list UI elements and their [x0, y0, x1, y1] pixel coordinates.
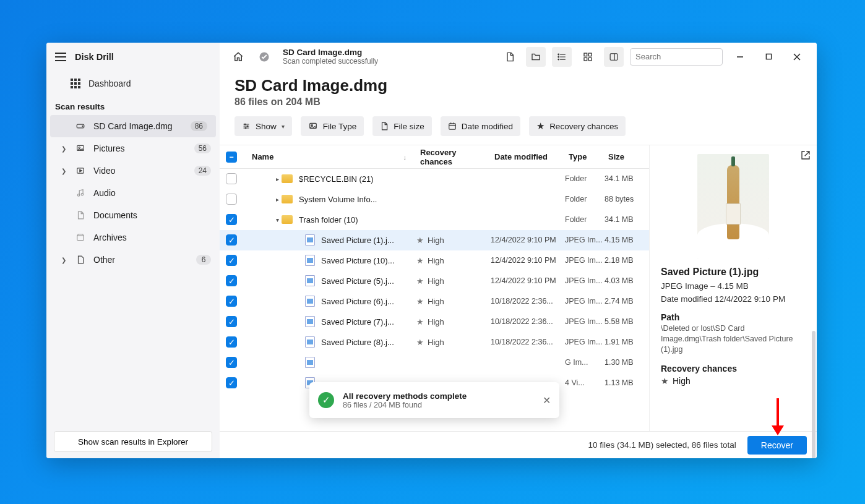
toggle-preview-button[interactable] — [604, 47, 624, 67]
row-date: 10/18/2022 2:36... — [491, 317, 565, 326]
page-subtitle: 86 files on 204 MB — [235, 96, 802, 108]
file-row[interactable]: ✓Saved Picture (8).j...★High10/18/2022 2… — [220, 332, 649, 352]
row-size: 2.74 MB — [605, 297, 649, 305]
svg-point-39 — [244, 124, 246, 125]
preview-pane: Saved Picture (1).jpg JPEG Image – 4.15 … — [650, 145, 817, 431]
sidebar-item-pictures[interactable]: ❯Pictures56 — [46, 137, 220, 160]
filter-file-type[interactable]: File Type — [301, 116, 364, 136]
preview-date: Date modified 12/4/2022 9:10 PM — [661, 294, 806, 304]
row-checkbox[interactable]: ✓ — [226, 377, 237, 388]
row-checkbox[interactable]: ✓ — [226, 234, 237, 246]
recover-button[interactable]: Recover — [747, 436, 807, 455]
sidebar-item-label: Documents — [93, 210, 211, 220]
expand-arrow-icon[interactable]: ▸ — [273, 196, 282, 203]
row-name: Saved Picture (1).j... — [321, 236, 416, 245]
preview-path: \Deleted or lost\SD Card Image.dmg\Trash… — [661, 323, 806, 355]
svg-rect-27 — [588, 58, 592, 61]
svg-point-14 — [77, 194, 79, 197]
sidebar-item-audio[interactable]: Audio — [46, 182, 220, 204]
home-button[interactable] — [228, 47, 248, 67]
view-list-button[interactable] — [552, 47, 572, 67]
row-recovery: ★High — [416, 236, 491, 245]
svg-point-41 — [245, 127, 246, 129]
menu-icon[interactable] — [55, 53, 66, 61]
star-icon: ★ — [416, 297, 424, 306]
open-folder-button[interactable] — [526, 47, 546, 67]
row-recovery: ★High — [416, 297, 491, 306]
view-grid-button[interactable] — [578, 47, 598, 67]
toast-title: All recovery methods complete — [343, 391, 534, 401]
col-name[interactable]: Name↓ — [248, 152, 416, 161]
row-checkbox[interactable]: ✓ — [226, 316, 237, 327]
row-name: Saved Picture (6).j... — [321, 297, 416, 306]
filter-recovery-chances[interactable]: ★ Recovery chances — [529, 116, 626, 136]
chevron-icon: ❯ — [61, 257, 67, 263]
expand-arrow-icon[interactable]: ▸ — [273, 176, 282, 182]
row-checkbox[interactable]: ✓ — [226, 255, 237, 266]
sidebar-item-other[interactable]: ❯Other6 — [46, 249, 220, 271]
row-name: $RECYCLE.BIN (21) — [299, 174, 416, 184]
col-type[interactable]: Type — [565, 152, 605, 161]
svg-rect-5 — [78, 82, 80, 85]
image-file-icon — [305, 275, 315, 286]
preview-recovery-label: Recovery chances — [661, 364, 806, 374]
col-recovery[interactable]: Recovery chances — [416, 148, 491, 166]
filter-file-size[interactable]: File size — [372, 116, 432, 136]
star-icon: ★ — [416, 256, 424, 265]
svg-point-15 — [81, 194, 84, 196]
success-icon: ✓ — [318, 392, 334, 408]
row-name: System Volume Info... — [299, 195, 416, 204]
window-maximize-button[interactable] — [757, 48, 780, 66]
folder-row[interactable]: ▸$RECYCLE.BIN (21)Folder34.1 MB — [220, 169, 649, 189]
row-checkbox[interactable]: ✓ — [226, 296, 237, 307]
row-checkbox[interactable] — [226, 194, 237, 205]
file-row[interactable]: ✓Saved Picture (7).j...★High10/18/2022 2… — [220, 312, 649, 332]
star-icon: ★ — [416, 236, 424, 245]
row-checkbox[interactable]: ✓ — [226, 357, 237, 368]
col-date[interactable]: Date modified — [491, 152, 565, 161]
row-type: Folder — [565, 195, 605, 203]
row-checkbox[interactable] — [226, 173, 237, 184]
col-size[interactable]: Size — [605, 152, 649, 161]
svg-rect-44 — [449, 124, 456, 129]
sidebar-item-sd-card-image-dmg[interactable]: SD Card Image.dmg86 — [50, 115, 216, 137]
search-box[interactable] — [630, 48, 723, 66]
topbar: SD Card Image.dmg Scan completed success… — [220, 43, 817, 71]
svg-rect-25 — [588, 53, 592, 56]
sort-arrow-icon: ↓ — [403, 153, 413, 161]
row-recovery: ★High — [416, 317, 491, 327]
new-file-button[interactable] — [500, 47, 520, 67]
scrollbar-thumb[interactable] — [812, 331, 816, 458]
row-checkbox[interactable]: ✓ — [226, 336, 237, 348]
sidebar-item-documents[interactable]: Documents — [46, 204, 220, 226]
audio-icon — [75, 188, 86, 198]
folder-row[interactable]: ✓▾Trash folder (10)Folder34.1 MB — [220, 210, 649, 230]
file-row[interactable]: ✓G Im...1.30 MB — [220, 352, 649, 373]
window-close-button[interactable] — [786, 48, 808, 66]
row-size: 88 bytes — [605, 195, 649, 203]
select-all-checkbox[interactable]: − — [226, 152, 237, 163]
sidebar-dashboard[interactable]: Dashboard — [46, 71, 220, 96]
file-row[interactable]: ✓Saved Picture (5).j...★High12/4/2022 9:… — [220, 271, 649, 291]
file-row[interactable]: ✓Saved Picture (1).j...★High12/4/2022 9:… — [220, 230, 649, 250]
toast-close-button[interactable]: ✕ — [543, 395, 551, 406]
image-icon — [75, 144, 86, 153]
sidebar-item-badge: 86 — [191, 121, 207, 131]
sidebar-item-video[interactable]: ❯Video24 — [46, 160, 220, 182]
folder-row[interactable]: ▸System Volume Info...Folder88 bytes — [220, 189, 649, 210]
row-checkbox[interactable]: ✓ — [226, 214, 237, 225]
image-file-icon — [305, 296, 315, 307]
filter-date-modified[interactable]: Date modified — [441, 116, 520, 136]
show-in-explorer-button[interactable]: Show scan results in Explorer — [54, 431, 212, 452]
sidebar-item-archives[interactable]: Archives — [46, 226, 220, 249]
open-external-button[interactable] — [801, 150, 811, 162]
file-row[interactable]: ✓Saved Picture (6).j...★High10/18/2022 2… — [220, 291, 649, 312]
svg-rect-0 — [71, 79, 73, 81]
window-minimize-button[interactable] — [729, 48, 751, 66]
expand-arrow-icon[interactable]: ▾ — [273, 216, 282, 223]
column-headers: − Name↓ Recovery chances Date modified T… — [220, 145, 649, 169]
file-row[interactable]: ✓Saved Picture (10)...★High12/4/2022 9:1… — [220, 250, 649, 271]
row-checkbox[interactable]: ✓ — [226, 275, 237, 286]
filter-show[interactable]: Show ▾ — [235, 116, 292, 136]
search-input[interactable] — [635, 52, 739, 61]
